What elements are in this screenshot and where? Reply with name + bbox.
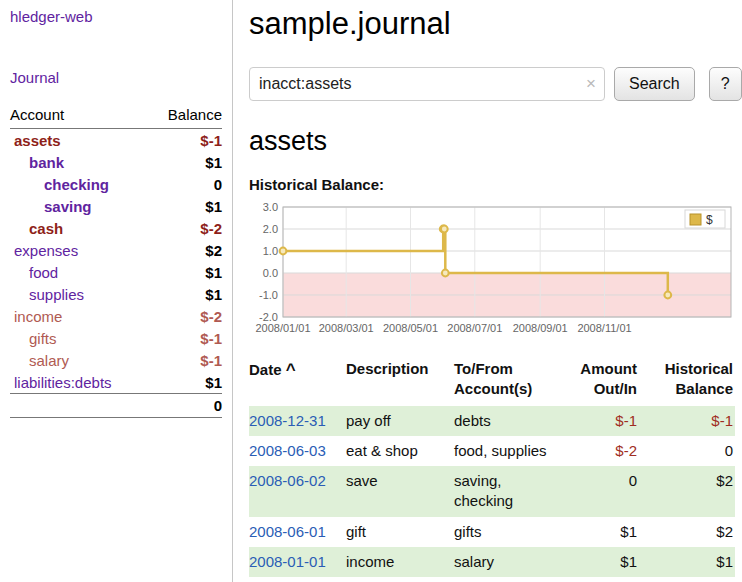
transaction-amount: $1 bbox=[573, 547, 647, 577]
search-button[interactable]: Search bbox=[614, 67, 695, 101]
sidebar-account-link-supplies[interactable]: supplies bbox=[29, 286, 84, 303]
sidebar-account-link-bank[interactable]: bank bbox=[29, 154, 64, 171]
account-name-cell: salary bbox=[10, 349, 148, 371]
app-title: hledger-web bbox=[10, 8, 222, 25]
account-balance-value: $1 bbox=[148, 371, 222, 394]
y-tick-label: -1.0 bbox=[259, 289, 278, 301]
account-heading: assets bbox=[249, 126, 742, 157]
search-input[interactable] bbox=[249, 67, 605, 101]
clear-search-icon[interactable]: × bbox=[586, 75, 596, 92]
sidebar: hledger-web Journal Account Balance asse… bbox=[0, 0, 233, 582]
app-title-link[interactable]: hledger-web bbox=[10, 8, 93, 25]
y-tick-label: 1.0 bbox=[263, 245, 278, 257]
transaction-accounts: gifts bbox=[454, 517, 573, 547]
sidebar-account-link-food[interactable]: food bbox=[29, 264, 58, 281]
sidebar-account-link-saving[interactable]: saving bbox=[44, 198, 92, 215]
search-bar: × Search ? bbox=[249, 67, 742, 101]
data-point-marker bbox=[664, 292, 671, 299]
account-balance-value: 0 bbox=[148, 173, 222, 195]
search-input-wrap: × bbox=[249, 67, 605, 101]
chart-heading: Historical Balance: bbox=[249, 176, 742, 193]
data-point-marker bbox=[280, 248, 287, 255]
transaction-balance: $2 bbox=[647, 466, 735, 517]
transaction-date-cell: 2008-06-03 bbox=[249, 436, 346, 466]
y-tick-label: 2.0 bbox=[263, 223, 278, 235]
sidebar-account-link-expenses[interactable]: expenses bbox=[14, 242, 78, 259]
account-balance-value: $2 bbox=[148, 239, 222, 261]
account-name-cell: checking bbox=[10, 173, 148, 195]
transaction-date-link[interactable]: 2008-12-31 bbox=[249, 412, 326, 429]
transaction-balance: $-1 bbox=[647, 406, 735, 436]
sidebar-account-link-income[interactable]: income bbox=[14, 308, 62, 325]
sidebar-account-link-liabilities-debts[interactable]: liabilities:debts bbox=[14, 374, 112, 391]
account-row: food$1 bbox=[10, 261, 222, 283]
transaction-date-link[interactable]: 2008-06-01 bbox=[249, 523, 326, 540]
account-row: salary$-1 bbox=[10, 349, 222, 371]
x-tick-label: 2008/01/01 bbox=[255, 322, 310, 334]
accounts-total-spacer bbox=[10, 394, 148, 418]
sidebar-account-link-cash[interactable]: cash bbox=[29, 220, 63, 237]
sidebar-account-link-gifts[interactable]: gifts bbox=[29, 330, 57, 347]
column-header-amount: Amount Out/In bbox=[573, 355, 647, 406]
transaction-date-link[interactable]: 2008-01-01 bbox=[249, 553, 326, 570]
transaction-description: save bbox=[346, 466, 454, 517]
account-row: income$-2 bbox=[10, 305, 222, 327]
transaction-accounts: food, supplies bbox=[454, 436, 573, 466]
column-header-accounts: To/From Account(s) bbox=[454, 355, 573, 406]
x-tick-label: 2008/03/01 bbox=[319, 322, 374, 334]
accounts-total-value: 0 bbox=[148, 394, 222, 418]
column-header-description: Description bbox=[346, 355, 454, 406]
account-balance-value: $1 bbox=[148, 261, 222, 283]
balance-column-header: Balance bbox=[148, 104, 222, 129]
account-name-cell: bank bbox=[10, 151, 148, 173]
account-name-cell: saving bbox=[10, 195, 148, 217]
transaction-date-link[interactable]: 2008-06-03 bbox=[249, 442, 326, 459]
sidebar-account-link-checking[interactable]: checking bbox=[44, 176, 109, 193]
account-name-cell: cash bbox=[10, 217, 148, 239]
help-button[interactable]: ? bbox=[709, 67, 742, 101]
page-title: sample.journal bbox=[249, 6, 742, 42]
date-header-label: Date bbox=[249, 361, 282, 378]
transaction-date-link[interactable]: 2008-06-02 bbox=[249, 472, 326, 489]
account-name-cell: expenses bbox=[10, 239, 148, 261]
transaction-date-cell: 2008-06-02 bbox=[249, 466, 346, 517]
account-balance-value: $-1 bbox=[148, 349, 222, 371]
account-name-cell: gifts bbox=[10, 327, 148, 349]
journal-link[interactable]: Journal bbox=[10, 69, 222, 86]
column-header-date[interactable]: Date ^ bbox=[249, 355, 346, 406]
accounts-table: Account Balance assets$-1bank$1checking0… bbox=[10, 104, 222, 418]
column-header-balance: Historical Balance bbox=[647, 355, 735, 406]
x-tick-label: 2008/09/01 bbox=[513, 322, 568, 334]
account-balance-value: $1 bbox=[148, 151, 222, 173]
transaction-amount: 0 bbox=[573, 466, 647, 517]
register-header-row: Date ^ Description To/From Account(s) Am… bbox=[249, 355, 735, 406]
transaction-date-cell: 2008-12-31 bbox=[249, 406, 346, 436]
register-row: 2008-06-02savesaving, checking0$2 bbox=[249, 466, 735, 517]
sidebar-account-link-assets[interactable]: assets bbox=[14, 132, 61, 149]
register-table: Date ^ Description To/From Account(s) Am… bbox=[249, 355, 735, 577]
accounts-total-row: 0 bbox=[10, 394, 222, 418]
account-row: bank$1 bbox=[10, 151, 222, 173]
account-column-header: Account bbox=[10, 104, 148, 129]
account-balance-value: $-1 bbox=[148, 327, 222, 349]
sidebar-account-link-salary[interactable]: salary bbox=[29, 352, 69, 369]
transaction-description: income bbox=[346, 547, 454, 577]
account-name-cell: income bbox=[10, 305, 148, 327]
accounts-header-row: Account Balance bbox=[10, 104, 222, 129]
register-row: 2008-12-31pay offdebts$-1$-1 bbox=[249, 406, 735, 436]
transaction-accounts: debts bbox=[454, 406, 573, 436]
x-tick-label: 2008/05/01 bbox=[383, 322, 438, 334]
hledger-web-app: hledger-web Journal Account Balance asse… bbox=[0, 0, 742, 582]
x-tick-label: 2008/07/01 bbox=[447, 322, 502, 334]
transaction-description: pay off bbox=[346, 406, 454, 436]
register-row: 2008-01-01incomesalary$1$1 bbox=[249, 547, 735, 577]
sort-asc-icon: ^ bbox=[286, 360, 296, 379]
transaction-accounts: salary bbox=[454, 547, 573, 577]
legend-swatch bbox=[690, 214, 701, 225]
account-row: expenses$2 bbox=[10, 239, 222, 261]
account-row: cash$-2 bbox=[10, 217, 222, 239]
transaction-balance: $1 bbox=[647, 547, 735, 577]
account-balance-value: $-1 bbox=[148, 129, 222, 152]
account-balance-value: $-2 bbox=[148, 305, 222, 327]
transaction-date-cell: 2008-06-01 bbox=[249, 517, 346, 547]
